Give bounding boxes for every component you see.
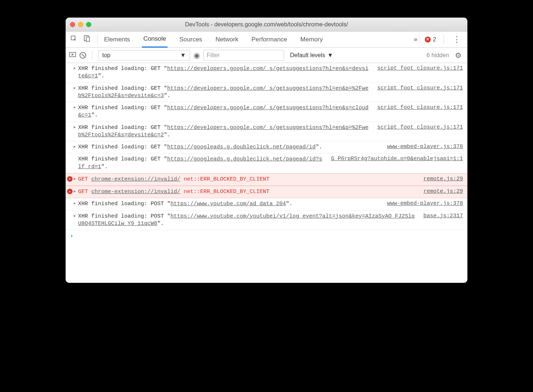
error-icon: ✕: [67, 189, 73, 194]
disclosure-triangle-icon[interactable]: ▶: [74, 189, 76, 193]
disclosure-triangle-icon[interactable]: ▶: [74, 86, 76, 90]
inspect-icon[interactable]: [69, 35, 79, 44]
levels-label: Default levels: [290, 52, 325, 59]
console-toolbar: top ▼ ◉ Default levels ▼ 6 hidden ⚙: [66, 48, 467, 63]
log-message: XHR finished loading: GET "https://devel…: [78, 104, 371, 119]
tab-performance[interactable]: Performance: [250, 32, 288, 48]
svg-rect-2: [86, 37, 89, 41]
log-message: XHR finished loading: GET "https://devel…: [78, 65, 371, 80]
gear-icon[interactable]: ⚙: [453, 51, 464, 60]
main-tabbar: Elements Console Sources Network Perform…: [66, 32, 467, 48]
log-source-link[interactable]: www-embed-player.js:378: [381, 200, 463, 207]
log-message: XHR finished loading: POST "https://www.…: [78, 213, 417, 228]
error-count-badge[interactable]: ✕ 2: [423, 36, 438, 43]
close-button[interactable]: [70, 22, 75, 27]
log-source-link[interactable]: base.js:2317: [417, 213, 463, 219]
console-error-row[interactable]: ✕▶GET chrome-extension://invalid/ net::E…: [66, 186, 467, 198]
minimize-button[interactable]: [78, 22, 83, 27]
log-message: XHR finished loading: GET "https://googl…: [78, 144, 381, 151]
separator: [92, 51, 92, 60]
console-output: ▶XHR finished loading: GET "https://deve…: [66, 63, 467, 283]
log-source-link[interactable]: script_foot_closure.js:171: [371, 104, 463, 111]
chevron-down-icon: ▼: [180, 52, 186, 59]
separator: [97, 35, 98, 44]
console-prompt[interactable]: ›: [66, 230, 467, 242]
panel-tabs: Elements Console Sources Network Perform…: [103, 32, 409, 48]
context-value: top: [102, 52, 110, 59]
error-icon: ✕: [425, 37, 431, 42]
console-error-row[interactable]: ✕▶GET chrome-extension://invalid/ net::E…: [66, 173, 467, 186]
log-levels-selector[interactable]: Default levels ▼: [288, 52, 335, 59]
disclosure-triangle-icon[interactable]: ▶: [74, 105, 76, 110]
log-message: XHR finished loading: POST "https://www.…: [78, 200, 381, 208]
tab-network[interactable]: Network: [214, 32, 240, 48]
tab-memory[interactable]: Memory: [299, 32, 324, 48]
tabs-overflow-icon[interactable]: »: [412, 36, 420, 43]
live-expression-icon[interactable]: ◉: [194, 51, 200, 60]
log-source-link[interactable]: script_foot_closure.js:171: [371, 124, 463, 130]
maximize-button[interactable]: [86, 22, 91, 27]
disclosure-triangle-icon[interactable]: ▶: [74, 66, 76, 70]
disclosure-triangle-icon[interactable]: ▶: [74, 177, 76, 181]
separator: [444, 35, 444, 44]
log-source-link[interactable]: G_P6rpRSr4g?autohide…o=0&enablejsapi=1:1: [324, 156, 463, 162]
tab-sources[interactable]: Sources: [178, 32, 203, 48]
devtools-window: DevTools - developers.google.com/web/too…: [66, 18, 467, 283]
chevron-down-icon: ▼: [327, 52, 333, 59]
log-source-link[interactable]: www-embed-player.js:378: [381, 144, 463, 150]
error-icon: ✕: [67, 176, 73, 182]
step-run-icon[interactable]: [69, 52, 76, 59]
filter-input[interactable]: [203, 50, 284, 61]
hidden-messages-count[interactable]: 6 hidden: [427, 52, 449, 59]
log-message: GET chrome-extension://invalid/ net::ERR…: [78, 176, 417, 183]
context-selector[interactable]: top ▼: [98, 50, 190, 60]
disclosure-triangle-icon[interactable]: ▶: [74, 201, 76, 206]
device-toggle-icon[interactable]: [82, 35, 92, 44]
tab-console[interactable]: Console: [142, 32, 168, 48]
console-log-row[interactable]: ▶XHR finished loading: POST "https://www…: [66, 198, 467, 210]
menu-icon[interactable]: ⋮: [449, 35, 464, 44]
log-message: XHR finished loading: GET "https://devel…: [78, 85, 371, 100]
disclosure-triangle-icon[interactable]: ▶: [74, 125, 76, 129]
log-source-link[interactable]: script_foot_closure.js:171: [371, 65, 463, 71]
log-message: GET chrome-extension://invalid/ net::ERR…: [78, 188, 417, 196]
error-count: 2: [433, 36, 436, 43]
console-log-row[interactable]: ▶XHR finished loading: GET "https://deve…: [66, 83, 467, 103]
console-log-row[interactable]: XHR finished loading: GET "https://googl…: [66, 154, 467, 173]
log-message: XHR finished loading: GET "https://googl…: [78, 156, 324, 171]
console-log-row[interactable]: ▶XHR finished loading: POST "https://www…: [66, 211, 467, 230]
log-source-link[interactable]: script_foot_closure.js:171: [371, 85, 463, 91]
traffic-lights: [70, 22, 91, 27]
disclosure-triangle-icon[interactable]: ▶: [74, 214, 76, 218]
console-log-row[interactable]: ▶XHR finished loading: GET "https://goog…: [66, 141, 467, 154]
console-log-row[interactable]: ▶XHR finished loading: GET "https://deve…: [66, 102, 467, 122]
console-log-row[interactable]: ▶XHR finished loading: GET "https://deve…: [66, 122, 467, 142]
log-source-link[interactable]: remote.js:29: [417, 188, 463, 195]
disclosure-triangle-icon[interactable]: ▶: [74, 144, 76, 149]
prompt-caret-icon: ›: [70, 233, 73, 239]
log-message: XHR finished loading: GET "https://devel…: [78, 124, 371, 139]
console-log-row[interactable]: ▶XHR finished loading: GET "https://deve…: [66, 63, 467, 83]
log-source-link[interactable]: remote.js:29: [417, 176, 463, 182]
tab-elements[interactable]: Elements: [103, 32, 132, 48]
titlebar: DevTools - developers.google.com/web/too…: [66, 18, 467, 32]
window-title: DevTools - developers.google.com/web/too…: [66, 21, 467, 28]
clear-console-icon[interactable]: [80, 52, 86, 59]
